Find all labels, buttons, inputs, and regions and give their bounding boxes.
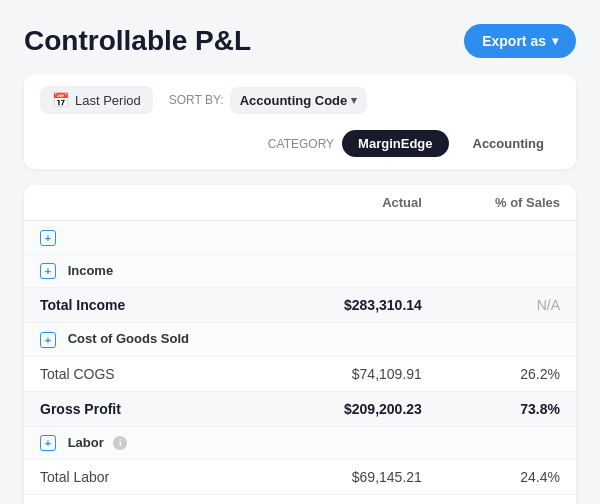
category-accounting-button[interactable]: Accounting xyxy=(457,130,561,157)
calendar-icon: 📅 xyxy=(52,92,69,108)
col-header-name xyxy=(24,185,282,221)
toolbar: 📅 Last Period SORT BY: Accounting Code ▾… xyxy=(24,74,576,169)
table-row: Total COGS $74,109.91 26.2% xyxy=(24,356,576,391)
percent-cell xyxy=(438,426,576,460)
chevron-down-icon: ▾ xyxy=(552,34,558,48)
sort-value-label: Accounting Code xyxy=(240,93,348,108)
chevron-down-icon: ▾ xyxy=(351,94,357,107)
percent-cell: 26.2% xyxy=(438,356,576,391)
table-row: Total Income $283,310.14 N/A xyxy=(24,288,576,323)
actual-cell xyxy=(282,254,438,288)
expand-icon[interactable]: + xyxy=(40,332,56,348)
table-body: + + Income Total Income $283,310.14 N/A … xyxy=(24,221,576,505)
sort-prefix-label: SORT BY: xyxy=(169,93,224,107)
info-icon[interactable]: i xyxy=(113,436,127,450)
percent-cell: 24.4% xyxy=(438,460,576,495)
row-label: Cost of Goods Sold xyxy=(68,331,189,346)
row-label-cell: Prime Cost xyxy=(24,495,282,504)
page-title: Controllable P&L xyxy=(24,24,251,58)
row-label-cell: Gross Profit xyxy=(24,391,282,426)
actual-cell: $283,310.14 xyxy=(282,288,438,323)
page-container: Controllable P&L Export as ▾ 📅 Last Peri… xyxy=(0,0,600,504)
actual-cell xyxy=(282,323,438,357)
row-label: Total COGS xyxy=(40,366,115,382)
actual-cell: $69,145.21 xyxy=(282,460,438,495)
sort-dropdown[interactable]: Accounting Code ▾ xyxy=(230,87,368,114)
table-card: Actual % of Sales + + Income Total I xyxy=(24,185,576,504)
sort-control: SORT BY: Accounting Code ▾ xyxy=(169,87,368,114)
actual-cell xyxy=(282,221,438,255)
table-row: + Cost of Goods Sold xyxy=(24,323,576,357)
category-marginedge-button[interactable]: MarginEdge xyxy=(342,130,448,157)
table-row: + xyxy=(24,221,576,255)
row-label-cell[interactable]: + Labor i xyxy=(24,426,282,460)
percent-cell: 73.8% xyxy=(438,391,576,426)
date-picker[interactable]: 📅 Last Period xyxy=(40,86,153,114)
percent-cell: N/A xyxy=(438,288,576,323)
date-label: Last Period xyxy=(75,93,141,108)
row-label: Income xyxy=(68,263,114,278)
export-button[interactable]: Export as ▾ xyxy=(464,24,576,58)
row-label: Total Income xyxy=(40,297,125,313)
actual-cell: $143,255.12 xyxy=(282,495,438,504)
percent-cell xyxy=(438,323,576,357)
actual-cell: $209,200.23 xyxy=(282,391,438,426)
row-label: Total Labor xyxy=(40,469,109,485)
table-row: + Labor i xyxy=(24,426,576,460)
row-label-cell[interactable]: + Income xyxy=(24,254,282,288)
category-label: CATEGORY xyxy=(268,137,334,151)
table-row: Prime Cost $143,255.12 50.6% xyxy=(24,495,576,504)
export-label: Export as xyxy=(482,33,546,49)
row-label: Gross Profit xyxy=(40,401,121,417)
row-label-cell: Total COGS xyxy=(24,356,282,391)
table-header-row: Actual % of Sales xyxy=(24,185,576,221)
percent-cell xyxy=(438,254,576,288)
actual-cell xyxy=(282,426,438,460)
expand-icon[interactable]: + xyxy=(40,263,56,279)
expand-icon[interactable]: + xyxy=(40,230,56,246)
row-label-cell[interactable]: + Cost of Goods Sold xyxy=(24,323,282,357)
table-row: + Income xyxy=(24,254,576,288)
percent-cell xyxy=(438,221,576,255)
header-row: Controllable P&L Export as ▾ xyxy=(24,24,576,58)
expand-icon[interactable]: + xyxy=(40,435,56,451)
actual-cell: $74,109.91 xyxy=(282,356,438,391)
expand-all-cell[interactable]: + xyxy=(24,221,282,255)
table-row: Gross Profit $209,200.23 73.8% xyxy=(24,391,576,426)
table-row: Total Labor $69,145.21 24.4% xyxy=(24,460,576,495)
pl-table: Actual % of Sales + + Income Total I xyxy=(24,185,576,504)
col-header-actual: Actual xyxy=(282,185,438,221)
row-label-cell: Total Income xyxy=(24,288,282,323)
category-control: CATEGORY MarginEdge Accounting xyxy=(268,130,560,157)
row-label: Labor xyxy=(68,435,104,450)
percent-cell: 50.6% xyxy=(438,495,576,504)
col-header-percent: % of Sales xyxy=(438,185,576,221)
row-label-cell: Total Labor xyxy=(24,460,282,495)
